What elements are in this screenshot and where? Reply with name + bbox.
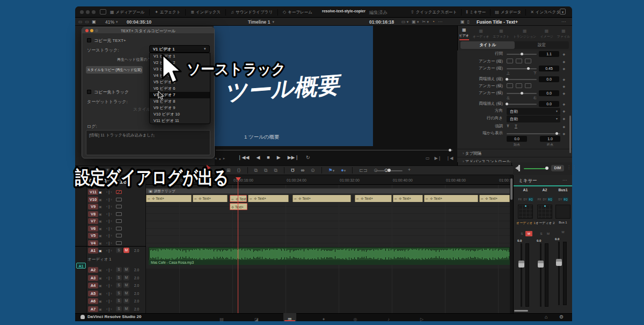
fader-track[interactable] <box>558 242 560 305</box>
track-badge[interactable]: V10 <box>88 197 98 203</box>
autoselect-icon[interactable]: ‹❙› <box>106 299 112 304</box>
titlebar-right-button-1[interactable]: ⦀ミキサー <box>466 10 486 15</box>
fader-track[interactable] <box>521 243 522 307</box>
param-value[interactable]: 0.0 <box>539 76 559 82</box>
timeline-zoom-handle[interactable] <box>387 169 391 172</box>
track-header-A7[interactable]: A7▣‹❙›SM2.0 <box>75 306 146 313</box>
flag-icon[interactable]: ⚑▾ <box>328 168 335 173</box>
track-badge[interactable]: A4 <box>88 283 98 288</box>
param-slider[interactable] <box>507 104 537 105</box>
text-clip[interactable]: ∞✣Text+ <box>393 195 423 202</box>
keyframe-icon[interactable]: ◆ <box>562 84 565 88</box>
autoselect-icon[interactable]: ‹❙› <box>106 227 112 231</box>
chip-EQ[interactable]: EQ <box>528 197 533 201</box>
text-clip-v9[interactable]: ✣Text+ <box>230 203 247 210</box>
line-direction-select[interactable]: 自動▾ <box>507 115 560 122</box>
mute-button[interactable]: M <box>123 283 129 288</box>
text-clip[interactable]: ∞✣Text+ <box>193 195 228 202</box>
lock-icon[interactable]: ▣ <box>99 227 102 230</box>
mixer-hscroll[interactable] <box>514 310 528 312</box>
enable-icon[interactable] <box>116 234 122 237</box>
frame-icon[interactable]: ❘◀ <box>446 156 453 161</box>
goto-start-button[interactable]: ❘◀◀ <box>238 155 249 160</box>
lock-icon[interactable]: ▣ <box>99 241 102 245</box>
solo-button[interactable]: S <box>116 267 122 272</box>
track-header-A3[interactable]: A3▣‹❙›SM2.0 <box>75 275 146 281</box>
enable-icon[interactable] <box>116 205 122 208</box>
slider-handle[interactable] <box>555 132 558 135</box>
text-clip[interactable]: ∞✣Text+ <box>230 195 247 202</box>
titlebar-right-button-3[interactable]: ✕インスペクタ <box>530 10 560 15</box>
track-badge[interactable]: A3 <box>88 275 98 281</box>
track-badge[interactable]: V5 <box>88 233 98 239</box>
track-badge[interactable]: A6 <box>88 298 98 304</box>
lock-icon[interactable]: ▣ <box>99 212 102 216</box>
page-icon-color[interactable]: ◎ <box>349 313 362 321</box>
track-badge[interactable]: A7 <box>88 306 98 312</box>
track-header-A5[interactable]: A5▣‹❙›SM2.0 <box>75 291 146 297</box>
lock-icon[interactable]: ▣ <box>99 234 102 237</box>
direction-select[interactable]: 自動▾ <box>507 108 560 115</box>
clip-info-icon[interactable]: ▣ <box>460 19 465 24</box>
write-on-end-value[interactable]: 1.0 <box>540 136 560 142</box>
mute-button[interactable]: M <box>525 231 532 236</box>
titlebar-button-4[interactable]: ◇キーフレーム <box>283 10 312 15</box>
pan-grid[interactable] <box>537 205 552 219</box>
monitor-icon-1[interactable]: ▭ <box>78 19 83 24</box>
page-icon-deliver[interactable]: ▷ <box>415 313 428 321</box>
anchor-toggle[interactable] <box>525 59 531 63</box>
param-value[interactable]: 0.45 <box>539 66 559 71</box>
timeline-vscroll-thumb[interactable] <box>510 178 513 200</box>
slider-handle[interactable] <box>506 78 508 81</box>
multicam-icon[interactable]: ▣ ▾ <box>412 19 419 24</box>
dropdown-item-10[interactable]: V10 ビデオ 10 <box>150 111 210 118</box>
lock-icon[interactable]: ▣ <box>99 268 102 272</box>
viewer-overlay-icon[interactable]: ▭ ▾ <box>401 19 408 24</box>
inspector-tab-3[interactable]: ▦トランジション <box>513 27 536 39</box>
track-header-A1[interactable]: A1▣‹❙›SM2.0 <box>75 248 146 254</box>
volume-slider[interactable] <box>524 168 547 169</box>
overwrite-clip-icon[interactable]: ⟨⟩ <box>237 168 241 173</box>
page-icon-fairlight[interactable]: ♪ <box>382 313 395 321</box>
traffic-light-close[interactable] <box>80 10 84 14</box>
autoselect-icon[interactable]: ‹❙› <box>106 249 112 253</box>
inspector-tab-1[interactable]: ▦オーディオ <box>473 27 489 39</box>
slider-handle[interactable] <box>527 67 530 70</box>
keyframe-icon[interactable]: ◆ <box>562 67 565 70</box>
autoselect-icon[interactable]: ‹❙› <box>106 212 112 216</box>
pin-icon[interactable]: ▯ <box>467 19 470 24</box>
slider-handle[interactable] <box>521 92 523 95</box>
lock-icon[interactable]: ▣ <box>99 299 102 303</box>
text-clip[interactable]: ∞✣Text+ <box>424 195 478 202</box>
lock-icon[interactable]: ▣ <box>99 219 102 223</box>
titlebar-button-3[interactable]: ♫サウンドライブラリ <box>231 10 273 15</box>
fader-handle[interactable] <box>538 261 544 268</box>
underline-toggle[interactable]: T <box>515 124 517 128</box>
link-icon[interactable]: ∞ <box>301 168 304 173</box>
enable-icon[interactable] <box>116 227 122 230</box>
playhead-marker[interactable] <box>236 177 241 181</box>
scrub-handle[interactable] <box>449 149 451 151</box>
keyframe-icon[interactable]: ◆ <box>562 109 565 113</box>
enable-icon[interactable] <box>116 241 122 245</box>
autoselect-icon[interactable]: ‹❙› <box>106 198 112 202</box>
titlebar-button-1[interactable]: ✦エフェクト <box>155 10 180 15</box>
track-header-A2[interactable]: A2▣‹❙›SM2.0 <box>75 267 146 273</box>
autoselect-icon[interactable]: ‹❙› <box>106 292 112 296</box>
track-badge[interactable]: A5 <box>88 291 98 297</box>
text-clip[interactable]: ∞✣Text+ <box>292 195 351 202</box>
viewer-mode-icons[interactable]: ▭▭▣ <box>78 19 96 24</box>
param-slider[interactable] <box>507 93 537 94</box>
subtab-settings[interactable]: 設定 <box>515 41 569 49</box>
param-slider[interactable] <box>507 79 537 80</box>
subtab-title[interactable]: タイトル <box>460 41 515 49</box>
track-header-A4[interactable]: A4▣‹❙›SM2.0 <box>75 283 146 289</box>
inspector-mini-icons[interactable]: ▣▯ <box>460 19 470 24</box>
slider-handle[interactable] <box>506 103 508 105</box>
fader-track[interactable] <box>540 243 541 307</box>
autoselect-icon[interactable]: ‹❙› <box>106 205 112 209</box>
solo-button[interactable]: S <box>538 231 545 236</box>
lock-icon[interactable]: ▣ <box>99 292 102 295</box>
strikethrough-toggle[interactable]: Ŧ <box>507 124 509 128</box>
track-header-V5[interactable]: V5▣‹❙› <box>75 233 146 239</box>
